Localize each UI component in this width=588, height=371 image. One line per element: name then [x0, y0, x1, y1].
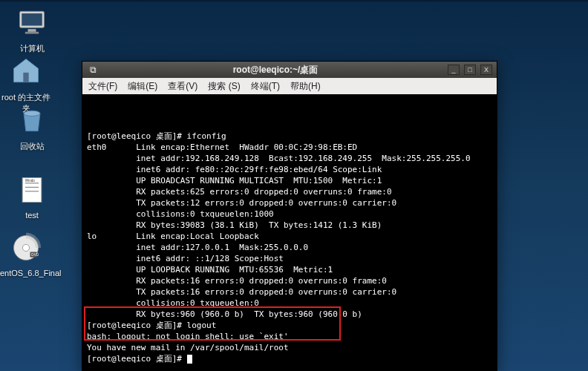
- svg-rect-1: [22, 13, 42, 26]
- desktop-icon-label: entOS_6.8_Final: [0, 269, 52, 278]
- svg-text:Windo: Windo: [25, 179, 35, 183]
- menu-terminal[interactable]: 终端(T): [251, 80, 280, 93]
- menu-help[interactable]: 帮助(H): [290, 80, 321, 93]
- terminal-line: RX packets:625 errors:0 dropped:0 overru…: [87, 186, 492, 197]
- terminal-line: RX packets:16 errors:0 dropped:0 overrun…: [87, 275, 492, 286]
- svg-text:DVD: DVD: [31, 253, 39, 257]
- textfile-glyph-icon: Windo: [14, 172, 50, 208]
- svg-rect-4: [23, 73, 28, 82]
- iso-disc-icon[interactable]: DVDentOS_6.8_Final: [0, 230, 52, 278]
- terminal-line: eth0 Link encap:Ethernet HWaddr 00:0C:29…: [87, 142, 492, 153]
- computer-icon[interactable]: 计算机: [6, 4, 58, 54]
- menu-view[interactable]: 查看(V): [168, 80, 197, 93]
- terminal-line: TX packets:12 errors:0 dropped:0 overrun…: [87, 197, 492, 209]
- terminal-line: bash: logout: not login shell: use `exit…: [87, 331, 492, 342]
- top-panel: [0, 0, 588, 1]
- desktop-icon-label: 计算机: [6, 43, 58, 54]
- terminal-line: RX bytes:960 (960.0 b) TX bytes:960 (960…: [87, 309, 492, 320]
- menu-file[interactable]: 文件(F): [88, 80, 117, 93]
- terminal-line: inet6 addr: ::1/128 Scope:Host: [87, 253, 492, 264]
- window-title: root@leeqico:~/桌面: [103, 64, 448, 76]
- terminal-cursor: [187, 355, 192, 364]
- terminal-line: collisions:0 txqueuelen:1000: [87, 209, 492, 220]
- terminal-line: lo Link encap:Local Loopback: [87, 231, 492, 242]
- svg-point-5: [24, 111, 40, 116]
- svg-rect-2: [28, 29, 36, 32]
- window-menu-icon[interactable]: ⧉: [82, 65, 103, 75]
- terminal-line: RX bytes:39083 (38.1 KiB) TX bytes:1412 …: [87, 220, 492, 231]
- svg-point-12: [22, 244, 29, 251]
- close-button[interactable]: X: [480, 65, 492, 75]
- menubar: 文件(F) 编辑(E) 查看(V) 搜索 (S) 终端(T) 帮助(H): [82, 78, 497, 94]
- desktop-icon-label: 回收站: [6, 141, 58, 152]
- terminal-line: inet6 addr: fe80::20c:29ff:fe98:ebed/64 …: [87, 164, 492, 175]
- terminal-line: UP BROADCAST RUNNING MULTICAST MTU:1500 …: [87, 175, 492, 186]
- terminal-line: UP LOOPBACK RUNNING MTU:65536 Metric:1: [87, 264, 492, 275]
- computer-glyph-icon: [14, 4, 50, 40]
- svg-rect-3: [25, 32, 39, 34]
- trash-icon[interactable]: 回收站: [6, 102, 58, 152]
- menu-search[interactable]: 搜索 (S): [208, 80, 240, 93]
- home-glyph-icon: [8, 53, 44, 89]
- menu-edit[interactable]: 编辑(E): [128, 80, 157, 93]
- trash-glyph-icon: [14, 102, 50, 138]
- terminal-line: inet addr:192.168.249.128 Bcast:192.168.…: [87, 153, 492, 164]
- minimize-button[interactable]: _: [448, 65, 460, 75]
- terminal-line: TX packets:16 errors:0 dropped:0 overrun…: [87, 286, 492, 298]
- disc-glyph-icon: DVD: [8, 230, 44, 266]
- test-file-icon[interactable]: Windotest: [6, 172, 58, 220]
- terminal-line: inet addr:127.0.0.1 Mask:255.0.0.0: [87, 242, 492, 253]
- terminal-line: [root@leeqico 桌面]#: [87, 353, 492, 364]
- maximize-button[interactable]: □: [464, 65, 476, 75]
- desktop-icon-label: test: [6, 211, 58, 220]
- terminal-line: [root@leeqico 桌面]# logout: [87, 320, 492, 331]
- terminal-body[interactable]: [root@leeqico 桌面]# ifconfigeth0 Link enc…: [82, 94, 497, 370]
- terminal-window: ⧉ root@leeqico:~/桌面 _ □ X 文件(F) 编辑(E) 查看…: [82, 61, 497, 371]
- terminal-line: You have new mail in /var/spool/mail/roo…: [87, 342, 492, 353]
- terminal-line: [root@leeqico 桌面]# ifconfig: [87, 131, 492, 142]
- terminal-line: collisions:0 txqueuelen:0: [87, 298, 492, 309]
- titlebar[interactable]: ⧉ root@leeqico:~/桌面 _ □ X: [82, 62, 497, 78]
